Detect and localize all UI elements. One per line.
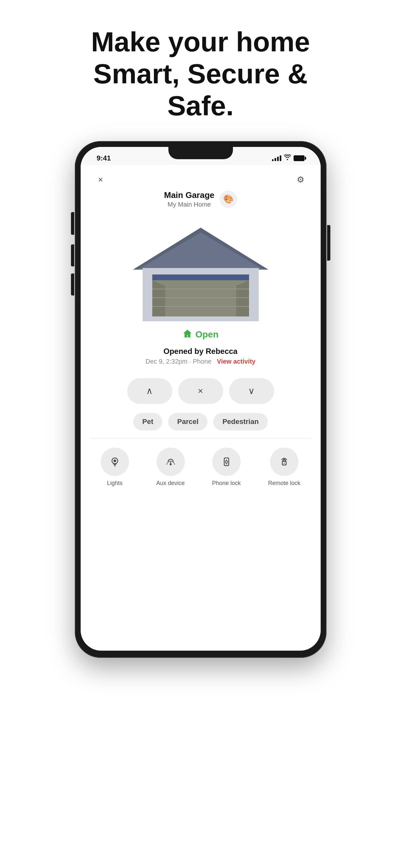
close-button[interactable]: × <box>94 173 108 187</box>
svg-rect-4 <box>152 275 249 280</box>
parcel-mode-button[interactable]: Parcel <box>168 413 207 430</box>
bottom-icons: Lights Aux device <box>81 438 321 496</box>
lights-icon-circle <box>101 447 129 476</box>
stop-button[interactable]: × <box>178 378 223 404</box>
status-icons <box>272 154 305 162</box>
close-down-button[interactable]: ∨ <box>229 378 274 404</box>
signal-bar-2 <box>274 158 276 161</box>
notch <box>168 147 233 159</box>
activity-info: Opened by Rebecca Dec 9, 2:32pm · Phone … <box>81 342 321 368</box>
aux-device-icon-item[interactable]: Aux device <box>157 447 185 487</box>
svg-marker-6 <box>236 280 249 316</box>
garage-status: Open <box>81 326 321 342</box>
garage-location: My Main Home <box>164 201 214 208</box>
phone-lock-label: Phone lock <box>212 480 241 487</box>
status-time: 9:41 <box>97 154 111 162</box>
remote-lock-label: Remote lock <box>268 480 300 487</box>
pet-mode-button[interactable]: Pet <box>133 413 162 430</box>
garage-avatar: 🎨 <box>220 190 237 208</box>
app-content: × ⚙ Main Garage My Main Home 🎨 <box>81 165 321 649</box>
phone-mockup: 9:41 <box>75 141 327 658</box>
lights-icon-item[interactable]: Lights <box>101 447 129 487</box>
aux-device-label: Aux device <box>157 480 185 487</box>
garage-title-text: Main Garage My Main Home <box>164 190 214 208</box>
volume-up-button <box>71 244 74 267</box>
garage-name: Main Garage <box>164 190 214 200</box>
garage-title-section: Main Garage My Main Home 🎨 <box>81 190 321 212</box>
wifi-icon <box>284 154 291 162</box>
svg-rect-15 <box>226 461 228 463</box>
signal-bar-1 <box>272 159 274 161</box>
svg-point-18 <box>284 463 285 464</box>
signal-bar-4 <box>280 155 281 161</box>
svg-rect-3 <box>152 275 249 316</box>
svg-marker-1 <box>138 232 264 270</box>
svg-point-16 <box>226 463 227 464</box>
phone-lock-icon-item[interactable]: Phone lock <box>212 447 241 487</box>
hero-heading: Make your home Smart, Secure & Safe. <box>56 0 346 141</box>
remote-lock-icon-circle <box>270 447 298 476</box>
remote-lock-icon-item[interactable]: Remote lock <box>268 447 300 487</box>
view-activity-link[interactable]: View activity <box>217 358 256 365</box>
garage-svg <box>133 218 268 322</box>
mode-buttons: Pet Parcel Pedestrian <box>81 407 321 438</box>
opened-by-text: Opened by Rebecca <box>94 347 308 356</box>
signal-icon <box>272 155 281 161</box>
open-up-button[interactable]: ∧ <box>127 378 172 404</box>
garage-illustration <box>81 212 321 326</box>
svg-marker-5 <box>152 280 165 316</box>
battery-icon <box>294 155 305 161</box>
phone-frame: 9:41 <box>75 141 327 658</box>
activity-time-text: Dec 9, 2:32pm · Phone <box>145 358 212 365</box>
svg-point-12 <box>113 460 116 462</box>
phone-lock-icon-circle <box>212 447 241 476</box>
settings-button[interactable]: ⚙ <box>294 173 308 187</box>
lights-label: Lights <box>107 480 123 487</box>
activity-time: Dec 9, 2:32pm · Phone View activity <box>94 358 308 365</box>
volume-down-button <box>71 274 74 296</box>
svg-point-13 <box>170 463 172 465</box>
signal-bar-3 <box>277 157 279 161</box>
status-open-text: Open <box>196 330 219 340</box>
phone-screen: 9:41 <box>81 147 321 651</box>
house-icon <box>182 329 192 340</box>
control-buttons: ∧ × ∨ <box>81 368 321 407</box>
top-nav: × ⚙ <box>81 165 321 190</box>
aux-device-icon-circle <box>157 447 185 476</box>
pedestrian-mode-button[interactable]: Pedestrian <box>213 413 268 430</box>
